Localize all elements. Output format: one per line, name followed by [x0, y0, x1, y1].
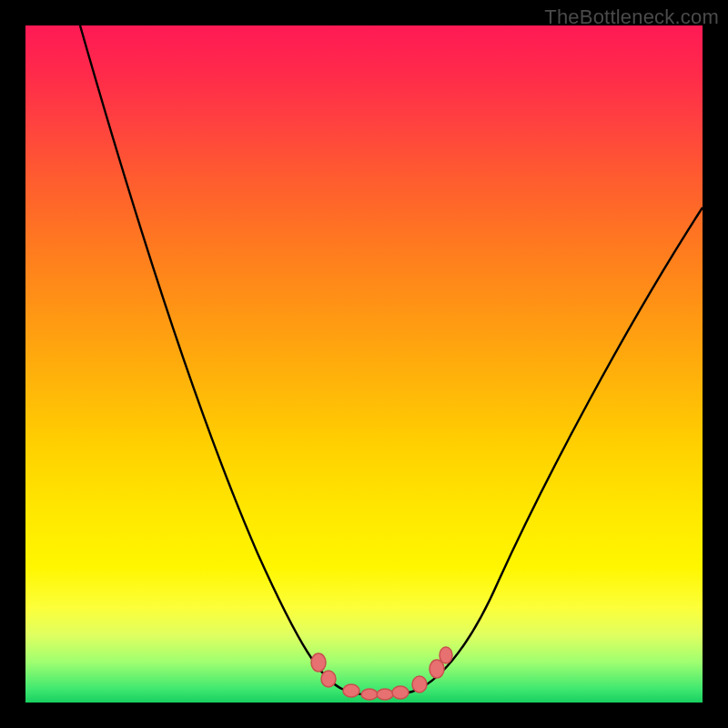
marker-dot	[392, 686, 409, 699]
marker-dot	[412, 676, 427, 693]
watermark-text: TheBottleneck.com	[544, 5, 719, 29]
marker-dot	[377, 689, 393, 700]
marker-dot	[361, 689, 378, 700]
marker-dot	[343, 684, 359, 697]
curve-markers	[311, 647, 452, 700]
marker-dot	[321, 671, 336, 687]
marker-dot	[311, 653, 326, 672]
bottleneck-curve	[25, 25, 703, 703]
chart-plot-area	[25, 25, 703, 703]
chart-frame: TheBottleneck.com	[0, 0, 728, 728]
curve-path	[80, 25, 703, 695]
marker-dot	[440, 647, 452, 663]
